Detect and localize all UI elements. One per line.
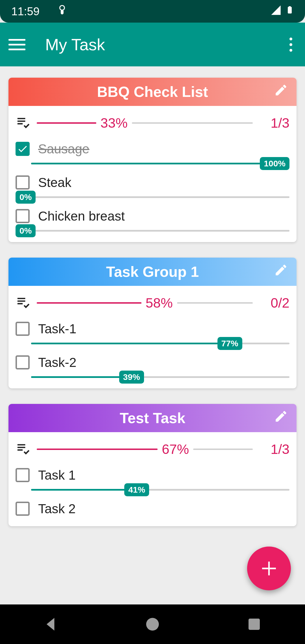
- card-title: Task Group 1: [106, 263, 199, 280]
- add-task-button[interactable]: [247, 547, 291, 590]
- card-header: BBQ Check List: [8, 78, 297, 106]
- task-progress-badge: 41%: [124, 483, 149, 496]
- task-label: Task 1: [38, 467, 76, 483]
- task-row[interactable]: Task 1: [16, 460, 289, 486]
- task-row[interactable]: Steak: [16, 168, 289, 193]
- task-progress-badge: 0%: [16, 191, 36, 204]
- system-nav-bar: [0, 604, 305, 644]
- edit-icon[interactable]: [274, 83, 288, 101]
- task-label: Sausage: [38, 141, 90, 156]
- task-progress-bar: 41%: [31, 489, 289, 491]
- progress-summary: 58%0/2: [16, 291, 289, 314]
- signal-icon: [270, 5, 282, 18]
- app-bar: My Task: [0, 23, 305, 66]
- card-header: Task Group 1: [8, 258, 297, 286]
- progress-count: 1/3: [264, 441, 289, 457]
- card-header: Test Task: [8, 404, 297, 432]
- task-row[interactable]: Sausage: [16, 134, 289, 159]
- card-body: 67%1/3Task 141%Task 2: [8, 432, 297, 526]
- card-body: 58%0/2Task-177%Task-239%: [8, 286, 297, 388]
- svg-point-0: [60, 5, 65, 10]
- battery-icon: [286, 4, 294, 19]
- task-row[interactable]: Task-2: [16, 348, 289, 373]
- edit-icon[interactable]: [274, 263, 288, 280]
- svg-rect-3: [289, 6, 291, 7]
- task-progress-bar: 100%: [31, 163, 289, 164]
- svg-rect-2: [288, 7, 292, 13]
- progress-summary: 33%1/3: [16, 112, 289, 134]
- task-row[interactable]: Task-1: [16, 314, 289, 339]
- edit-icon[interactable]: [274, 409, 288, 427]
- task-group-card: BBQ Check List33%1/3Sausage100%Steak0%Ch…: [8, 78, 297, 242]
- card-title: Test Task: [120, 410, 185, 427]
- task-progress-bar: 0%: [16, 196, 289, 198]
- status-icon: [56, 5, 68, 18]
- back-button[interactable]: [42, 616, 59, 633]
- page-title: My Task: [45, 35, 285, 54]
- card-title: BBQ Check List: [97, 83, 208, 100]
- checklist-icon: [16, 441, 31, 458]
- svg-rect-1: [61, 10, 64, 14]
- status-time: 11:59: [11, 5, 40, 18]
- checklist-icon: [16, 295, 31, 311]
- task-progress-badge: 77%: [217, 337, 242, 350]
- progress-bar: 58%: [37, 295, 253, 311]
- progress-bar: 33%: [37, 115, 253, 131]
- task-label: Chicken breast: [38, 208, 125, 224]
- menu-icon[interactable]: [8, 39, 25, 50]
- progress-summary: 67%1/3: [16, 438, 289, 460]
- task-checkbox[interactable]: [16, 209, 30, 223]
- plus-icon: [260, 559, 278, 578]
- task-progress-bar: 0%: [16, 230, 289, 232]
- task-progress-badge: 100%: [260, 157, 289, 170]
- home-button[interactable]: [144, 616, 161, 633]
- task-row[interactable]: Task 2: [16, 494, 289, 519]
- progress-bar: 67%: [37, 441, 253, 457]
- task-progress-bar: 39%: [31, 376, 289, 378]
- task-progress-badge: 39%: [119, 371, 144, 384]
- svg-point-4: [146, 618, 159, 631]
- progress-percent: 58%: [141, 295, 177, 311]
- checklist-icon: [16, 115, 31, 131]
- task-label: Steak: [38, 175, 71, 190]
- task-checkbox[interactable]: [16, 502, 30, 516]
- task-checkbox[interactable]: [16, 468, 30, 482]
- status-bar: 11:59: [0, 0, 305, 23]
- task-checkbox[interactable]: [16, 142, 30, 156]
- svg-rect-5: [249, 619, 260, 630]
- more-options-icon[interactable]: [285, 38, 297, 52]
- task-progress-badge: 0%: [16, 224, 36, 237]
- task-checkbox[interactable]: [16, 175, 30, 190]
- task-list-container: BBQ Check List33%1/3Sausage100%Steak0%Ch…: [0, 66, 305, 604]
- task-progress-bar: 77%: [31, 343, 289, 344]
- task-row[interactable]: Chicken breast: [16, 201, 289, 227]
- progress-percent: 67%: [158, 441, 193, 457]
- task-label: Task-2: [38, 355, 76, 370]
- progress-count: 0/2: [264, 295, 289, 311]
- task-group-card: Test Task67%1/3Task 141%Task 2: [8, 404, 297, 526]
- recent-button[interactable]: [246, 616, 263, 633]
- progress-percent: 33%: [96, 115, 132, 131]
- task-label: Task 2: [38, 501, 76, 516]
- task-checkbox[interactable]: [16, 322, 30, 336]
- card-body: 33%1/3Sausage100%Steak0%Chicken breast0%: [8, 106, 297, 242]
- task-group-card: Task Group 158%0/2Task-177%Task-239%: [8, 258, 297, 388]
- task-checkbox[interactable]: [16, 355, 30, 369]
- task-label: Task-1: [38, 321, 76, 336]
- progress-count: 1/3: [264, 115, 289, 131]
